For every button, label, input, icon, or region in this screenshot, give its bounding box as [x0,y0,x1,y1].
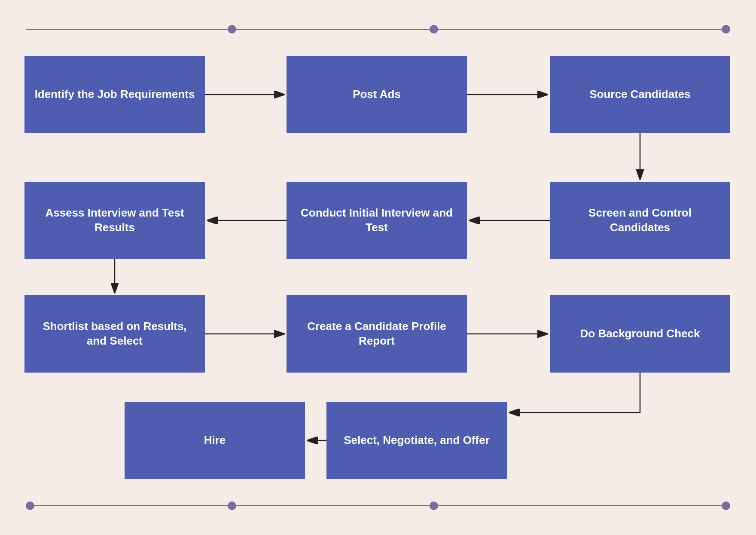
bottom-dot-left [26,501,34,510]
box-post-ads: Post Ads [287,56,467,133]
bottom-dot-mid1 [228,501,236,510]
arrow-background-to-select [510,373,640,413]
box-create: Create a Candidate Profile Report [287,295,467,373]
top-dot-left [228,25,236,34]
top-dot-mid [430,25,438,34]
box-assess: Assess Interview and Test Results [24,182,205,259]
box-select: Select, Negotiate, and Offer [326,402,507,479]
box-hire: Hire [125,402,305,479]
box-background: Do Background Check [550,295,730,373]
box-source: Source Candidates [550,56,730,133]
top-decorative-line [26,29,730,30]
top-dot-right [722,25,730,34]
box-shortlist: Shortlist based on Results, and Select [24,295,205,373]
bottom-dot-mid2 [430,501,438,510]
bottom-decorative-line [26,505,730,506]
diagram-container: Identify the Job Requirements Post Ads S… [0,0,756,535]
box-screen: Screen and Control Candidates [550,182,730,259]
box-conduct: Conduct Initial Interview and Test [287,182,467,259]
bottom-dot-right [722,501,730,510]
box-identify: Identify the Job Requirements [24,56,205,133]
